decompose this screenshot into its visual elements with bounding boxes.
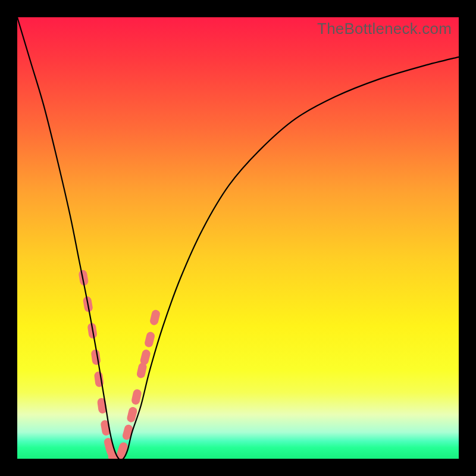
watermark-text: TheBottleneck.com bbox=[317, 20, 452, 38]
curve-marker bbox=[139, 349, 151, 366]
chart-frame: TheBottleneck.com bbox=[0, 0, 476, 476]
plot-area: TheBottleneck.com bbox=[17, 17, 459, 459]
curve-layer bbox=[17, 17, 459, 459]
curve-marker bbox=[131, 389, 142, 405]
markers-group bbox=[78, 270, 161, 459]
curve-marker bbox=[149, 309, 161, 326]
curve-marker bbox=[144, 331, 156, 348]
bottleneck-curve bbox=[17, 17, 459, 459]
